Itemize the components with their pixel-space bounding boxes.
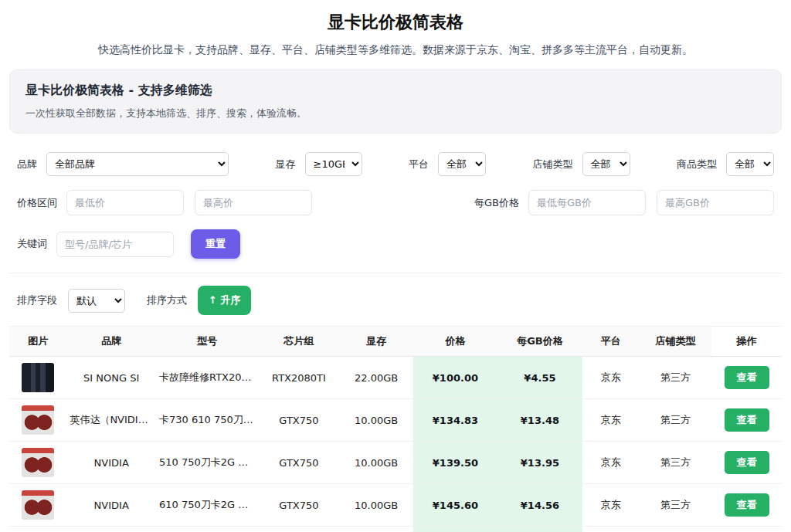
brand-cell: NVIDIA (66, 527, 156, 532)
product-type-filter: 商品类型 全部 (677, 152, 774, 176)
price-cell: ¥134.83 (413, 399, 498, 442)
brand-cell: NVIDIA (66, 484, 156, 527)
sort-order-button[interactable]: ↑ 升序 (198, 286, 251, 315)
per-gb-filter: 每GB价格 (474, 190, 774, 215)
table-body: SI NONG SI 卡故障维修RTX2080ti RTX2080TI 22.0… (9, 357, 782, 532)
per-gb-min-input[interactable] (528, 190, 646, 215)
header-platform: 平台 (582, 327, 640, 357)
keyword-label: 关键词 (17, 237, 47, 251)
sort-section: 排序字段 默认 排序方式 ↑ 升序 (9, 284, 782, 326)
price-cell: ¥139.50 (413, 442, 498, 484)
memory-cell: 22.00GB (340, 357, 413, 399)
filter-row-ranges: 价格区间 每GB价格 (17, 190, 774, 215)
platform-filter: 平台 全部 (409, 152, 486, 176)
shop-type-select[interactable]: 全部 (582, 152, 630, 176)
price-range-inputs (66, 190, 312, 215)
intro-card: 显卡比价极简表格 - 支持多维筛选 一次性获取全部数据，支持本地筛选、排序、搜索… (9, 69, 782, 134)
per-gb-label: 每GB价格 (474, 196, 519, 210)
memory-cell: 10.00GB (340, 399, 413, 442)
platform-cell: 京东 (582, 357, 640, 399)
page-title: 显卡比价极简表格 (9, 11, 782, 34)
per-gb-cell: ¥14.88 (497, 527, 582, 532)
view-button[interactable]: 查看 (725, 366, 769, 389)
table-row: NVIDIA 610 750刀卡2G DDR3 GTX750 10.00GB ¥… (9, 484, 782, 527)
shop-type-cell: 第三方 (640, 527, 711, 532)
brand-cell: NVIDIA (66, 442, 156, 484)
platform-cell: 京东 (582, 484, 640, 527)
header-price: 价格 (413, 327, 498, 357)
view-button[interactable]: 查看 (725, 451, 769, 474)
product-image-cell (9, 399, 66, 442)
table-header: 图片 品牌 型号 芯片组 显存 价格 每GB价格 平台 店铺类型 操作 (9, 327, 782, 357)
platform-label: 平台 (409, 158, 429, 171)
brand-select[interactable]: 全部品牌 (46, 152, 229, 176)
action-cell: 查看 (711, 357, 782, 399)
filter-row-selects: 品牌 全部品牌 显存 ≥10GB 平台 全部 店铺类型 全部 (17, 152, 774, 176)
memory-cell: 10.00GB (340, 442, 413, 484)
product-table-scroll[interactable]: 图片 品牌 型号 芯片组 显存 价格 每GB价格 平台 店铺类型 操作 SI N… (9, 326, 782, 532)
per-gb-inputs (528, 190, 774, 215)
chipset-cell: RTX2080TI (258, 357, 339, 399)
product-image-cell (9, 527, 66, 532)
product-image-cell (9, 484, 66, 527)
product-image (22, 448, 54, 477)
price-range-filter: 价格区间 (17, 190, 312, 215)
per-gb-cell: ¥13.95 (497, 442, 582, 484)
model-cell: 610 750刀卡2G DDR3 (156, 484, 258, 527)
page-subtitle: 快选高性价比显卡，支持品牌、显存、平台、店铺类型等多维筛选。数据来源于京东、淘宝… (9, 43, 782, 57)
action-cell: 查看 (711, 527, 782, 532)
price-min-input[interactable] (66, 190, 184, 215)
platform-cell: 京东 (582, 442, 640, 484)
intro-description: 一次性获取全部数据，支持本地筛选、排序、搜索，体验流畅。 (25, 107, 766, 120)
product-image (22, 405, 54, 435)
action-cell: 查看 (711, 399, 782, 442)
table-row: NVIDIA 510 750刀卡2G DDR3 GTX750 10.00GB ¥… (9, 442, 782, 484)
brand-cell: SI NONG SI (66, 357, 156, 399)
per-gb-max-input[interactable] (657, 190, 774, 215)
memory-select[interactable]: ≥10GB (305, 152, 362, 176)
model-cell: 卡故障维修RTX2080ti (156, 357, 258, 399)
view-button[interactable]: 查看 (725, 408, 769, 432)
header-per-gb: 每GB价格 (497, 327, 582, 357)
chipset-cell: GTX750 (258, 484, 339, 527)
shop-type-cell: 第三方 (640, 357, 711, 399)
brand-label: 品牌 (17, 158, 37, 171)
chipset-cell: GTX750 (258, 399, 339, 442)
intro-heading: 显卡比价极简表格 - 支持多维筛选 (25, 83, 766, 99)
table-row: 英伟达（NVIDIA） 卡730 610 750刀卡2G GTX750 10.0… (9, 399, 782, 442)
model-cell: 610 750刀卡2G DDR3 (156, 527, 258, 532)
product-image (22, 363, 54, 392)
page-root: 显卡比价极简表格 快选高性价比显卡，支持品牌、显存、平台、店铺类型等多维筛选。数… (0, 0, 791, 532)
header-brand: 品牌 (66, 327, 156, 357)
header-memory: 显存 (340, 327, 413, 357)
product-type-select[interactable]: 全部 (726, 152, 774, 176)
price-max-input[interactable] (195, 190, 312, 215)
product-image-cell (9, 357, 66, 399)
keyword-input[interactable] (56, 232, 174, 257)
model-cell: 卡730 610 750刀卡2G (156, 399, 258, 442)
shop-type-label: 店铺类型 (533, 158, 573, 171)
shop-type-cell: 第三方 (640, 484, 711, 527)
section-divider (9, 273, 782, 273)
per-gb-cell: ¥4.55 (497, 357, 582, 399)
sort-field-select[interactable]: 默认 (68, 289, 125, 313)
product-type-label: 商品类型 (677, 158, 717, 171)
model-cell: 510 750刀卡2G DDR3 (156, 442, 258, 484)
header-chipset: 芯片组 (258, 327, 339, 357)
reset-button[interactable]: 重置 (191, 229, 240, 259)
chipset-cell: GTX750 (258, 527, 339, 532)
header-image: 图片 (9, 327, 66, 357)
platform-select[interactable]: 全部 (438, 152, 486, 176)
price-cell: ¥148.80 (413, 527, 498, 532)
per-gb-cell: ¥13.48 (497, 399, 582, 442)
view-button[interactable]: 查看 (725, 493, 769, 517)
memory-label: 显存 (276, 158, 296, 171)
shop-type-cell: 第三方 (640, 442, 711, 484)
header-action: 操作 (711, 327, 782, 357)
action-cell: 查看 (711, 442, 782, 484)
price-cell: ¥145.60 (413, 484, 498, 527)
action-cell: 查看 (711, 484, 782, 527)
chipset-cell: GTX750 (258, 442, 339, 484)
page-header: 显卡比价极简表格 快选高性价比显卡，支持品牌、显存、平台、店铺类型等多维筛选。数… (9, 11, 782, 57)
sort-field-label: 排序字段 (17, 293, 57, 307)
